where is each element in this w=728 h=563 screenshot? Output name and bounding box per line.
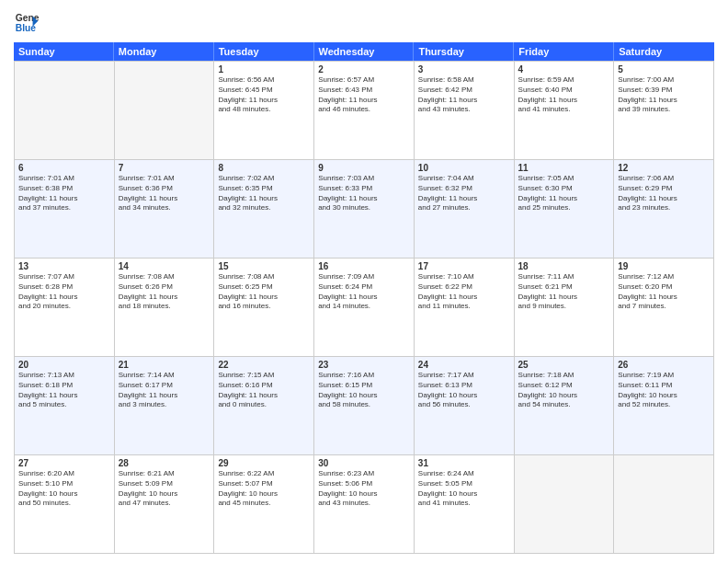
day-info: Sunrise: 7:13 AM Sunset: 6:18 PM Dayligh… [18,371,110,410]
day-info: Sunrise: 7:17 AM Sunset: 6:13 PM Dayligh… [418,371,510,410]
day-info: Sunrise: 7:07 AM Sunset: 6:28 PM Dayligh… [18,272,110,312]
day-number: 28 [119,458,210,468]
day-info: Sunrise: 7:04 AM Sunset: 6:32 PM Dayligh… [418,174,510,213]
day-info: Sunrise: 7:06 AM Sunset: 6:29 PM Dayligh… [618,174,710,213]
calendar-cell: 13Sunrise: 7:07 AM Sunset: 6:28 PM Dayli… [15,259,115,357]
calendar-cell [515,455,615,554]
calendar-cell [614,455,714,554]
day-number: 5 [618,64,710,75]
calendar-cell: 26Sunrise: 7:19 AM Sunset: 6:11 PM Dayli… [614,357,714,455]
day-number: 30 [318,458,410,468]
weekday-header: Tuesday [214,42,314,61]
day-info: Sunrise: 7:00 AM Sunset: 6:39 PM Dayligh… [618,75,710,115]
calendar-cell: 18Sunrise: 7:11 AM Sunset: 6:21 PM Dayli… [515,259,615,357]
day-number: 11 [518,163,610,173]
day-info: Sunrise: 7:08 AM Sunset: 6:26 PM Dayligh… [119,272,210,312]
day-number: 9 [318,163,410,173]
logo-icon: General Blue [14,9,40,35]
weekday-header: Wednesday [314,42,415,61]
day-number: 27 [18,458,110,468]
day-info: Sunrise: 6:22 AM Sunset: 5:07 PM Dayligh… [218,469,310,509]
day-info: Sunrise: 6:21 AM Sunset: 5:09 PM Dayligh… [119,469,210,509]
calendar-cell: 21Sunrise: 7:14 AM Sunset: 6:17 PM Dayli… [115,357,215,455]
weekday-header: Friday [514,42,614,61]
calendar-cell: 29Sunrise: 6:22 AM Sunset: 5:07 PM Dayli… [214,455,314,554]
calendar: SundayMondayTuesdayWednesdayThursdayFrid… [14,42,714,554]
day-info: Sunrise: 7:05 AM Sunset: 6:30 PM Dayligh… [518,174,610,213]
calendar-cell: 20Sunrise: 7:13 AM Sunset: 6:18 PM Dayli… [15,357,115,455]
day-info: Sunrise: 7:01 AM Sunset: 6:36 PM Dayligh… [119,174,210,213]
calendar-row: 20Sunrise: 7:13 AM Sunset: 6:18 PM Dayli… [15,357,714,455]
calendar-cell [15,62,115,160]
calendar-cell: 6Sunrise: 7:01 AM Sunset: 6:38 PM Daylig… [15,160,115,259]
calendar-cell: 12Sunrise: 7:06 AM Sunset: 6:29 PM Dayli… [614,160,714,259]
day-info: Sunrise: 6:58 AM Sunset: 6:42 PM Dayligh… [418,75,510,115]
day-info: Sunrise: 7:12 AM Sunset: 6:20 PM Dayligh… [618,272,710,312]
calendar-header: SundayMondayTuesdayWednesdayThursdayFrid… [14,42,714,61]
calendar-cell: 5Sunrise: 7:00 AM Sunset: 6:39 PM Daylig… [614,62,714,160]
calendar-cell: 7Sunrise: 7:01 AM Sunset: 6:36 PM Daylig… [115,160,215,259]
calendar-page: General Blue SundayMondayTuesdayWednesda… [0,0,728,563]
day-number: 6 [18,163,110,173]
calendar-cell: 1Sunrise: 6:56 AM Sunset: 6:45 PM Daylig… [214,62,314,160]
calendar-cell: 9Sunrise: 7:03 AM Sunset: 6:33 PM Daylig… [314,160,415,259]
day-info: Sunrise: 6:20 AM Sunset: 5:10 PM Dayligh… [18,469,110,509]
day-info: Sunrise: 7:18 AM Sunset: 6:12 PM Dayligh… [518,371,610,410]
weekday-header: Saturday [614,42,714,61]
day-number: 18 [518,261,610,271]
day-info: Sunrise: 7:02 AM Sunset: 6:35 PM Dayligh… [218,174,310,213]
calendar-cell: 10Sunrise: 7:04 AM Sunset: 6:32 PM Dayli… [415,160,515,259]
day-number: 10 [418,163,510,173]
day-number: 14 [119,261,210,271]
day-number: 17 [418,261,510,271]
calendar-cell: 22Sunrise: 7:15 AM Sunset: 6:16 PM Dayli… [214,357,314,455]
day-number: 22 [218,360,310,370]
calendar-body: 1Sunrise: 6:56 AM Sunset: 6:45 PM Daylig… [14,61,714,554]
logo: General Blue [14,9,40,35]
day-number: 7 [119,163,210,173]
day-number: 29 [218,458,310,468]
calendar-cell: 25Sunrise: 7:18 AM Sunset: 6:12 PM Dayli… [515,357,615,455]
calendar-cell: 2Sunrise: 6:57 AM Sunset: 6:43 PM Daylig… [314,62,415,160]
calendar-row: 13Sunrise: 7:07 AM Sunset: 6:28 PM Dayli… [15,259,714,357]
calendar-cell: 30Sunrise: 6:23 AM Sunset: 5:06 PM Dayli… [314,455,415,554]
day-number: 8 [218,163,310,173]
calendar-cell: 24Sunrise: 7:17 AM Sunset: 6:13 PM Dayli… [415,357,515,455]
weekday-header: Thursday [414,42,514,61]
day-info: Sunrise: 7:15 AM Sunset: 6:16 PM Dayligh… [218,371,310,410]
calendar-cell: 11Sunrise: 7:05 AM Sunset: 6:30 PM Dayli… [515,160,615,259]
calendar-cell: 3Sunrise: 6:58 AM Sunset: 6:42 PM Daylig… [415,62,515,160]
day-number: 26 [618,360,710,370]
calendar-cell: 28Sunrise: 6:21 AM Sunset: 5:09 PM Dayli… [115,455,215,554]
calendar-cell [115,62,215,160]
day-number: 31 [418,458,510,468]
day-info: Sunrise: 7:09 AM Sunset: 6:24 PM Dayligh… [318,272,410,312]
day-number: 4 [518,64,610,75]
weekday-header: Sunday [14,42,114,61]
calendar-row: 6Sunrise: 7:01 AM Sunset: 6:38 PM Daylig… [15,160,714,259]
day-number: 1 [218,64,310,75]
calendar-row: 27Sunrise: 6:20 AM Sunset: 5:10 PM Dayli… [15,455,714,554]
day-number: 3 [418,64,510,75]
day-number: 2 [318,64,410,75]
calendar-cell: 31Sunrise: 6:24 AM Sunset: 5:05 PM Dayli… [415,455,515,554]
day-number: 21 [119,360,210,370]
day-number: 12 [618,163,710,173]
day-info: Sunrise: 7:08 AM Sunset: 6:25 PM Dayligh… [218,272,310,312]
day-info: Sunrise: 7:01 AM Sunset: 6:38 PM Dayligh… [18,174,110,213]
day-info: Sunrise: 7:11 AM Sunset: 6:21 PM Dayligh… [518,272,610,312]
day-info: Sunrise: 6:24 AM Sunset: 5:05 PM Dayligh… [418,469,510,509]
day-info: Sunrise: 7:03 AM Sunset: 6:33 PM Dayligh… [318,174,410,213]
calendar-cell: 8Sunrise: 7:02 AM Sunset: 6:35 PM Daylig… [214,160,314,259]
header: General Blue [14,9,714,35]
calendar-cell: 15Sunrise: 7:08 AM Sunset: 6:25 PM Dayli… [214,259,314,357]
day-info: Sunrise: 7:10 AM Sunset: 6:22 PM Dayligh… [418,272,510,312]
calendar-row: 1Sunrise: 6:56 AM Sunset: 6:45 PM Daylig… [15,62,714,160]
weekday-header: Monday [114,42,214,61]
calendar-cell: 23Sunrise: 7:16 AM Sunset: 6:15 PM Dayli… [314,357,415,455]
day-info: Sunrise: 7:14 AM Sunset: 6:17 PM Dayligh… [119,371,210,410]
calendar-cell: 16Sunrise: 7:09 AM Sunset: 6:24 PM Dayli… [314,259,415,357]
day-info: Sunrise: 6:57 AM Sunset: 6:43 PM Dayligh… [318,75,410,115]
day-number: 20 [18,360,110,370]
calendar-cell: 14Sunrise: 7:08 AM Sunset: 6:26 PM Dayli… [115,259,215,357]
